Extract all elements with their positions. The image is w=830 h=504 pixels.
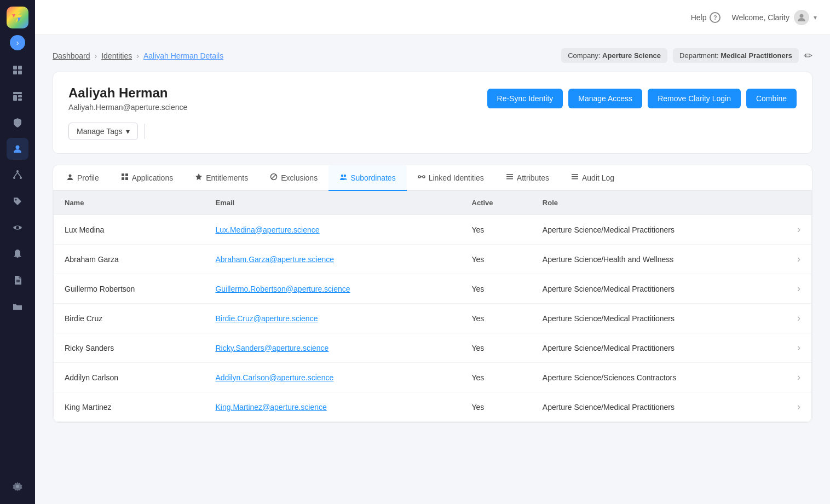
svg-rect-22 bbox=[125, 173, 128, 176]
svg-point-31 bbox=[423, 176, 425, 178]
tab-applications[interactable]: Applications bbox=[110, 165, 185, 191]
tab-profile[interactable]: Profile bbox=[55, 165, 110, 191]
user-avatar-icon bbox=[794, 10, 809, 25]
svg-marker-25 bbox=[195, 173, 202, 180]
sidebar: › bbox=[0, 0, 35, 504]
tab-exclusions[interactable]: Exclusions bbox=[259, 165, 328, 191]
profile-tab-icon bbox=[66, 173, 74, 182]
tab-linked-identities[interactable]: Linked Identities bbox=[407, 165, 495, 191]
svg-rect-33 bbox=[506, 176, 513, 177]
resync-button[interactable]: Re-Sync Identity bbox=[487, 89, 563, 108]
svg-rect-36 bbox=[572, 176, 578, 177]
svg-rect-0 bbox=[13, 66, 17, 69]
attributes-tab-icon bbox=[506, 173, 514, 182]
table-row[interactable]: Addilyn Carlson Addilyn.Carlson@aperture… bbox=[54, 363, 811, 392]
tabs-row: Profile Applications Entitlements bbox=[53, 165, 812, 190]
remove-clarity-button[interactable]: Remove Clarity Login bbox=[648, 89, 741, 108]
subordinates-tab-icon bbox=[339, 173, 347, 182]
tag-nav-icon[interactable] bbox=[7, 190, 28, 212]
help-button[interactable]: Help ? bbox=[691, 12, 721, 23]
app-logo[interactable] bbox=[7, 7, 28, 28]
cell-email[interactable]: Birdie.Cruz@aperture.science bbox=[204, 304, 460, 333]
svg-rect-34 bbox=[506, 178, 513, 179]
identity-card: Aaliyah Herman Aaliyah.Herman@aperture.s… bbox=[53, 72, 812, 154]
row-chevron-icon[interactable]: › bbox=[786, 333, 811, 363]
dashboard-nav-icon[interactable] bbox=[7, 59, 28, 81]
settings-nav-icon[interactable] bbox=[7, 476, 28, 497]
svg-point-10 bbox=[13, 177, 15, 179]
bell-nav-icon[interactable] bbox=[7, 243, 28, 265]
cell-role: Aperture Science/Medical Practitioners bbox=[532, 274, 786, 304]
svg-rect-6 bbox=[18, 95, 22, 97]
row-chevron-icon[interactable]: › bbox=[786, 363, 811, 392]
breadcrumb-identities[interactable]: Identities bbox=[101, 51, 132, 60]
cell-name: Abraham Garza bbox=[54, 245, 204, 274]
row-chevron-icon[interactable]: › bbox=[786, 392, 811, 422]
eye-nav-icon[interactable] bbox=[7, 217, 28, 239]
tab-entitlements-label: Entitlements bbox=[206, 173, 248, 182]
svg-point-19 bbox=[800, 14, 804, 18]
tab-attributes-label: Attributes bbox=[517, 173, 549, 182]
svg-point-28 bbox=[341, 175, 343, 177]
manage-tags-button[interactable]: Manage Tags ▾ bbox=[68, 123, 138, 140]
shield-nav-icon[interactable] bbox=[7, 112, 28, 134]
tab-subordinates[interactable]: Subordinates bbox=[328, 165, 407, 191]
svg-point-29 bbox=[344, 175, 346, 177]
manage-access-button[interactable]: Manage Access bbox=[568, 89, 642, 108]
identity-info: Aaliyah Herman Aaliyah.Herman@aperture.s… bbox=[68, 85, 187, 112]
tab-entitlements[interactable]: Entitlements bbox=[184, 165, 259, 191]
cell-name: King Martinez bbox=[54, 392, 204, 422]
user-menu-button[interactable]: Welcome, Clarity ▾ bbox=[731, 10, 817, 25]
svg-line-13 bbox=[18, 172, 21, 177]
hierarchy-nav-icon[interactable] bbox=[7, 164, 28, 186]
svg-point-8 bbox=[16, 146, 20, 149]
help-icon: ? bbox=[710, 12, 721, 23]
cell-name: Guillermo Robertson bbox=[54, 274, 204, 304]
col-name: Name bbox=[54, 191, 204, 215]
table-row[interactable]: Ricky Sanders Ricky.Sanders@aperture.sci… bbox=[54, 333, 811, 363]
cell-email[interactable]: Lux.Medina@aperture.science bbox=[204, 215, 460, 245]
svg-point-9 bbox=[16, 170, 19, 172]
col-action bbox=[786, 191, 811, 215]
tab-attributes[interactable]: Attributes bbox=[495, 165, 560, 191]
svg-rect-23 bbox=[122, 177, 124, 180]
table-row[interactable]: Birdie Cruz Birdie.Cruz@aperture.science… bbox=[54, 304, 811, 333]
linked-identities-tab-icon bbox=[418, 173, 425, 182]
tab-profile-label: Profile bbox=[77, 173, 99, 182]
expand-sidebar-button[interactable]: › bbox=[10, 35, 25, 50]
tab-subordinates-label: Subordinates bbox=[350, 173, 396, 182]
cell-email[interactable]: Guillermo.Robertson@aperture.science bbox=[204, 274, 460, 304]
edit-icon[interactable]: ✏ bbox=[804, 50, 812, 62]
cell-email[interactable]: Abraham.Garza@aperture.science bbox=[204, 245, 460, 274]
svg-rect-21 bbox=[122, 173, 124, 176]
row-chevron-icon[interactable]: › bbox=[786, 304, 811, 333]
identity-name: Aaliyah Herman bbox=[68, 85, 187, 101]
breadcrumb-dashboard[interactable]: Dashboard bbox=[53, 51, 90, 60]
table-row[interactable]: Lux Medina Lux.Medina@aperture.science Y… bbox=[54, 215, 811, 245]
table-row[interactable]: Abraham Garza Abraham.Garza@aperture.sci… bbox=[54, 245, 811, 274]
widget-nav-icon[interactable] bbox=[7, 85, 28, 107]
table-row[interactable]: King Martinez King.Martinez@aperture.sci… bbox=[54, 392, 811, 422]
combine-button[interactable]: Combine bbox=[746, 89, 797, 108]
col-active: Active bbox=[461, 191, 532, 215]
people-nav-icon[interactable] bbox=[7, 138, 28, 160]
row-chevron-icon[interactable]: › bbox=[786, 274, 811, 304]
cell-email[interactable]: King.Martinez@aperture.science bbox=[204, 392, 460, 422]
row-chevron-icon[interactable]: › bbox=[786, 245, 811, 274]
department-value: Medical Practitioners bbox=[721, 51, 792, 60]
audit-log-tab-icon bbox=[571, 173, 579, 182]
folder-nav-icon[interactable] bbox=[7, 296, 28, 317]
svg-point-20 bbox=[69, 175, 72, 177]
tab-linked-identities-label: Linked Identities bbox=[429, 173, 484, 182]
cell-active: Yes bbox=[461, 333, 532, 363]
company-badge: Company: Aperture Science bbox=[561, 48, 667, 63]
row-chevron-icon[interactable]: › bbox=[786, 215, 811, 245]
table-row[interactable]: Guillermo Robertson Guillermo.Robertson@… bbox=[54, 274, 811, 304]
doc-nav-icon[interactable] bbox=[7, 269, 28, 291]
identity-email: Aaliyah.Herman@aperture.science bbox=[68, 103, 187, 112]
tabs-and-content: Profile Applications Entitlements bbox=[53, 165, 812, 423]
cell-email[interactable]: Addilyn.Carlson@aperture.science bbox=[204, 363, 460, 392]
cell-active: Yes bbox=[461, 245, 532, 274]
cell-email[interactable]: Ricky.Sanders@aperture.science bbox=[204, 333, 460, 363]
tab-audit-log[interactable]: Audit Log bbox=[560, 165, 625, 191]
